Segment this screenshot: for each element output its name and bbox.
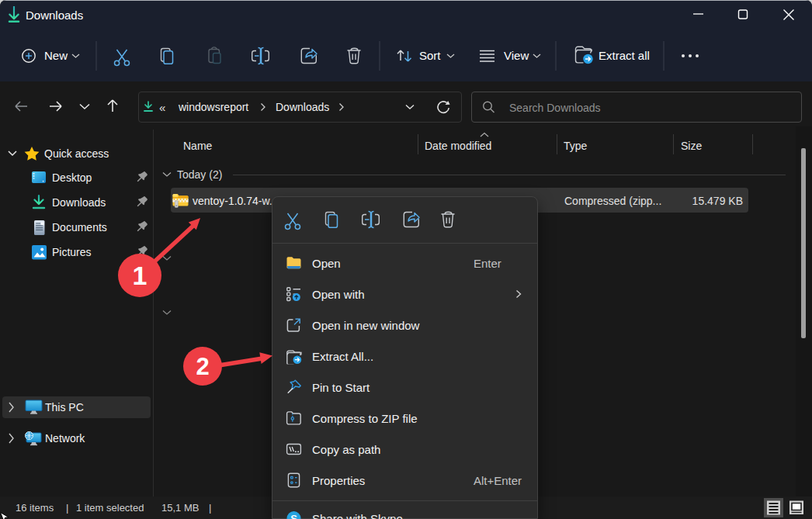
svg-text:2: 2 xyxy=(196,353,209,380)
svg-text:1: 1 xyxy=(133,261,147,290)
